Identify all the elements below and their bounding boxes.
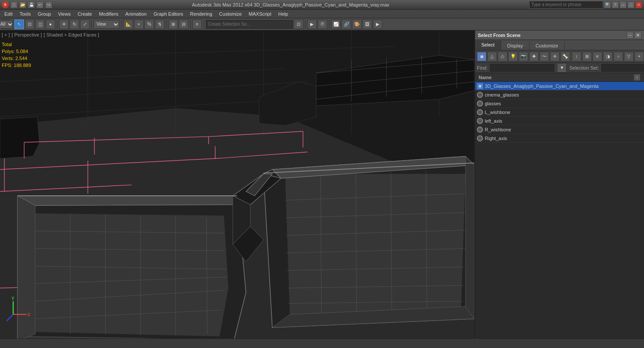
list-item[interactable]: R_wishbone bbox=[475, 125, 644, 134]
list-item[interactable]: cinema_glasses bbox=[475, 90, 644, 99]
menu-animation[interactable]: Animation bbox=[122, 10, 150, 17]
select-filter-dropdown[interactable]: All bbox=[1, 20, 10, 29]
object-icon bbox=[477, 127, 483, 133]
verts-stat: Verts: 2.544 bbox=[2, 55, 31, 62]
cameras-filter[interactable]: 📷 bbox=[519, 52, 528, 61]
snap-toggle[interactable]: 📐 bbox=[124, 20, 133, 29]
search-btn[interactable]: 🔍 bbox=[604, 1, 611, 8]
object-icon bbox=[477, 92, 483, 98]
select-invert[interactable]: ◑ bbox=[603, 52, 613, 61]
sort-name-btn[interactable]: ↕ bbox=[634, 74, 641, 81]
rotate[interactable]: ↻ bbox=[70, 20, 79, 29]
filter-icon[interactable]: ▽ bbox=[624, 52, 634, 61]
angle-snap[interactable]: ⌖ bbox=[134, 20, 144, 29]
material-editor[interactable]: 🎨 bbox=[352, 20, 362, 29]
panel-close[interactable]: ✕ bbox=[634, 32, 641, 39]
selection-name-input[interactable] bbox=[206, 20, 293, 29]
viewport[interactable]: [ + ] [ Perspective ] [ Shaded + Edged F… bbox=[0, 30, 474, 338]
close-btn[interactable]: ✕ bbox=[635, 1, 642, 8]
menu-modifiers[interactable]: Modifiers bbox=[95, 10, 122, 17]
select-region[interactable]: ⊡ bbox=[25, 20, 34, 29]
lights-filter[interactable]: 💡 bbox=[508, 52, 518, 61]
schematic-view[interactable]: 🔗 bbox=[342, 20, 351, 29]
list-options[interactable]: ≡ bbox=[593, 52, 602, 61]
menu-edit[interactable]: Edit bbox=[1, 10, 16, 17]
render-setup[interactable]: 🖼 bbox=[362, 20, 372, 29]
find-options-btn[interactable]: ▼ bbox=[557, 63, 567, 73]
manage-layers[interactable]: ≡ bbox=[192, 20, 202, 29]
total-label: Total bbox=[2, 41, 31, 48]
object-list: ▣ 3D_Glasses_Anaglyph_Passive_Cyan_and_M… bbox=[475, 82, 644, 338]
display-options[interactable]: ⊞ bbox=[582, 52, 592, 61]
object-icon bbox=[477, 109, 483, 115]
panel-find-row: Find: ▼ Selection Set: + - ⊞ bbox=[475, 63, 644, 73]
select-all-btn[interactable]: ◉ bbox=[477, 52, 486, 61]
menu-views[interactable]: Views bbox=[54, 10, 74, 17]
window-crossing[interactable]: ◫ bbox=[35, 20, 45, 29]
list-item[interactable]: left_axis bbox=[475, 117, 644, 125]
save-btn[interactable]: 💾 bbox=[28, 1, 35, 8]
menu-graph-editors[interactable]: Graph Editors bbox=[150, 10, 187, 17]
menu-rendering[interactable]: Rendering bbox=[187, 10, 216, 17]
selection-set-input[interactable] bbox=[601, 64, 644, 72]
minimize-btn[interactable]: ─ bbox=[620, 1, 627, 8]
bones-filter[interactable]: 🦴 bbox=[560, 52, 570, 61]
find-input[interactable] bbox=[490, 64, 554, 72]
paint-select[interactable]: ● bbox=[46, 20, 55, 29]
list-item[interactable]: Right_axis bbox=[475, 134, 644, 143]
undo-btn[interactable]: ↩ bbox=[37, 1, 44, 8]
viewport-perspective[interactable]: [ Perspective ] bbox=[12, 32, 42, 37]
add-to-sel[interactable]: + bbox=[634, 52, 644, 61]
curve-editor[interactable]: 📈 bbox=[331, 20, 341, 29]
viewport-plus[interactable]: [ + ] bbox=[2, 32, 10, 37]
particles-filter[interactable]: ⁜ bbox=[550, 52, 560, 61]
selection-btn[interactable]: ⊡ bbox=[294, 20, 303, 29]
window-title: Autodesk 3ds Max 2012 x64 3D_Glasses_Ana… bbox=[52, 2, 529, 7]
redo-btn[interactable]: ↪ bbox=[45, 1, 52, 8]
menu-group[interactable]: Group bbox=[34, 10, 55, 17]
time-config[interactable]: ⏱ bbox=[318, 20, 327, 29]
scale[interactable]: ⤢ bbox=[80, 20, 90, 29]
viewport-shading[interactable]: [ Shaded + Edged Faces ] bbox=[44, 32, 99, 37]
list-item[interactable]: glasses bbox=[475, 99, 644, 108]
stats-overlay: Total Polys: 5.084 Verts: 2.544 FPS: 188… bbox=[2, 41, 31, 69]
menu-maxscript[interactable]: MAXScript bbox=[245, 10, 275, 17]
find-label: Find: bbox=[477, 65, 487, 70]
menu-help[interactable]: Help bbox=[275, 10, 292, 17]
sep7 bbox=[204, 20, 204, 29]
view-select[interactable]: View bbox=[94, 20, 120, 29]
list-item[interactable]: L_wishbone bbox=[475, 108, 644, 117]
search-input[interactable] bbox=[529, 1, 603, 9]
shapes-filter[interactable]: ◇ bbox=[498, 52, 507, 61]
geometry-filter[interactable]: △ bbox=[487, 52, 497, 61]
scene-viewport[interactable]: X Y bbox=[0, 30, 474, 338]
helpers-filter[interactable]: ✚ bbox=[529, 52, 539, 61]
select-tool[interactable]: ↖ bbox=[14, 20, 24, 29]
play-anim[interactable]: ▶ bbox=[307, 20, 317, 29]
panel-minimize[interactable]: ─ bbox=[627, 32, 634, 39]
sep8 bbox=[305, 20, 305, 29]
menu-tools[interactable]: Tools bbox=[16, 10, 34, 17]
maximize-btn[interactable]: □ bbox=[627, 1, 634, 8]
sort-btn[interactable]: ↕ bbox=[572, 52, 581, 61]
select-none[interactable]: ○ bbox=[614, 52, 623, 61]
open-btn[interactable]: 📂 bbox=[19, 1, 26, 8]
list-item[interactable]: ▣ 3D_Glasses_Anaglyph_Passive_Cyan_and_M… bbox=[475, 82, 644, 90]
tab-customize[interactable]: Customize bbox=[530, 41, 565, 50]
new-btn[interactable]: □ bbox=[10, 1, 17, 8]
mirror[interactable]: ⊞ bbox=[168, 20, 178, 29]
menu-create[interactable]: Create bbox=[74, 10, 95, 17]
menu-customize[interactable]: Customize bbox=[216, 10, 245, 17]
quick-render[interactable]: ▶ bbox=[373, 20, 382, 29]
tab-select[interactable]: Select bbox=[475, 40, 501, 50]
align[interactable]: ⊟ bbox=[179, 20, 188, 29]
fps-stat: FPS: 188.889 bbox=[2, 62, 31, 69]
tab-display[interactable]: Display bbox=[501, 41, 530, 50]
spinner-snap[interactable]: ⇅ bbox=[155, 20, 164, 29]
percent-snap[interactable]: % bbox=[144, 20, 154, 29]
svg-marker-21 bbox=[0, 117, 40, 159]
select-move[interactable]: ✛ bbox=[59, 20, 69, 29]
help-btn[interactable]: ? bbox=[612, 1, 619, 8]
spacewarps-filter[interactable]: 〜 bbox=[540, 52, 549, 61]
item-name: 3D_Glasses_Anaglyph_Passive_Cyan_and_Mag… bbox=[485, 84, 599, 89]
